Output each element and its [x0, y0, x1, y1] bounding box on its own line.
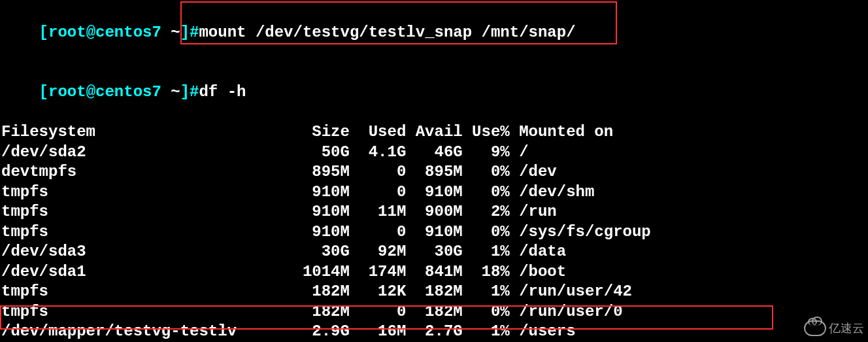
prompt-user-host: root@centos7: [48, 83, 161, 101]
df-row-1: devtmpfs 895M 0 895M 0% /dev: [1, 162, 867, 182]
prompt-bracket-open: [: [39, 83, 48, 101]
prompt-bracket-close: ]: [180, 24, 190, 41]
df-row-5: /dev/sda3 30G 92M 30G 1% /data: [1, 242, 867, 262]
df-rows: /dev/sda2 50G 4.1G 46G 9% /devtmpfs 895M…: [1, 143, 867, 343]
df-row-6: /dev/sda1 1014M 174M 841M 18% /boot: [1, 262, 867, 282]
df-row-2: tmpfs 910M 0 910M 0% /dev/shm: [1, 182, 867, 203]
command-text-1: mount /dev/testvg/testlv_snap /mnt/snap/: [199, 24, 575, 41]
terminal-window[interactable]: [root@centos7 ~]#mount /dev/testvg/testl…: [0, 0, 868, 342]
df-row-8: tmpfs 182M 0 182M 0% /run/user/0: [1, 302, 867, 322]
prompt-bracket-close: ]: [180, 83, 190, 101]
df-row-4: tmpfs 910M 0 910M 0% /sys/fs/cgroup: [1, 222, 867, 243]
watermark-text: 亿速云: [829, 318, 864, 339]
df-row-7: tmpfs 182M 12K 182M 1% /run/user/42: [1, 282, 867, 302]
prompt-bracket-open: [: [39, 24, 48, 41]
watermark: 亿速云: [804, 318, 864, 339]
df-row-3: tmpfs 910M 11M 900M 2% /run: [1, 202, 867, 222]
prompt-hash: #: [190, 24, 199, 41]
prompt-hash: #: [190, 83, 199, 101]
prompt-user-host: root@centos7: [48, 24, 161, 41]
command-text-2: df -h: [199, 83, 246, 101]
prompt-cwd: ~: [161, 24, 180, 41]
command-line-2: [root@centos7 ~]#df -h: [1, 63, 867, 123]
command-line-1: [root@centos7 ~]#mount /dev/testvg/testl…: [1, 3, 867, 63]
cloud-icon: [804, 320, 826, 336]
df-row-0: /dev/sda2 50G 4.1G 46G 9% /: [1, 143, 867, 163]
df-header-row: Filesystem Size Used Avail Use% Mounted …: [1, 122, 867, 143]
prompt-cwd: ~: [161, 83, 180, 101]
df-row-9: /dev/mapper/testvg-testlv 2.9G 16M 2.7G …: [1, 322, 867, 342]
